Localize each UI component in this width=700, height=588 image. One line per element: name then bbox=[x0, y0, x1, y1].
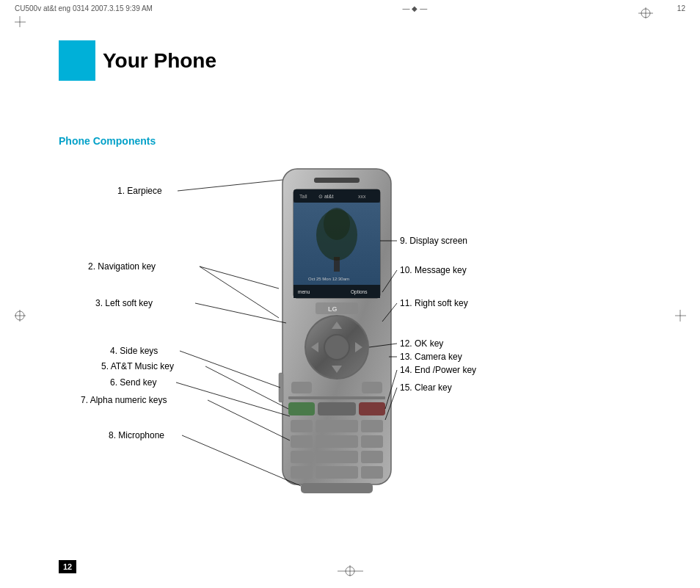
svg-rect-52 bbox=[316, 451, 358, 463]
top-bar: CU500v at&t eng 0314 2007.3.15 9:39 AM —… bbox=[15, 4, 685, 12]
page-number: 12 bbox=[59, 560, 76, 573]
svg-point-21 bbox=[316, 209, 357, 261]
svg-rect-54 bbox=[291, 466, 313, 479]
svg-marker-35 bbox=[311, 342, 318, 352]
svg-text:Oct 25  Mon 12:30am: Oct 25 Mon 12:30am bbox=[308, 277, 349, 281]
svg-text:7. Alpha numeric keys: 7. Alpha numeric keys bbox=[81, 395, 167, 405]
svg-line-62 bbox=[200, 266, 279, 288]
svg-rect-57 bbox=[301, 483, 373, 493]
svg-rect-47 bbox=[361, 420, 383, 432]
svg-rect-40 bbox=[362, 382, 382, 393]
svg-rect-44 bbox=[359, 402, 385, 415]
svg-text:4. Side keys: 4. Side keys bbox=[110, 346, 158, 356]
svg-point-31 bbox=[305, 315, 369, 380]
blue-accent-box bbox=[59, 40, 95, 81]
svg-rect-20 bbox=[294, 203, 380, 285]
svg-rect-13 bbox=[282, 169, 391, 484]
svg-point-7 bbox=[15, 311, 24, 320]
svg-rect-50 bbox=[361, 435, 383, 448]
section-title: Phone Components bbox=[59, 135, 156, 147]
svg-text:5. AT&T Music key: 5. AT&T Music key bbox=[101, 361, 174, 371]
svg-rect-39 bbox=[291, 382, 312, 393]
svg-rect-46 bbox=[316, 420, 358, 432]
svg-text:⊙ at&t: ⊙ at&t bbox=[318, 194, 333, 199]
svg-rect-22 bbox=[334, 257, 340, 272]
svg-text:15. Clear key: 15. Clear key bbox=[400, 382, 452, 393]
svg-text:Options: Options bbox=[351, 289, 368, 295]
svg-rect-16 bbox=[294, 189, 380, 203]
svg-rect-14 bbox=[314, 178, 360, 183]
svg-point-23 bbox=[324, 208, 350, 240]
top-bar-page: 12 bbox=[677, 4, 685, 12]
svg-text:2. Navigation key: 2. Navigation key bbox=[88, 261, 156, 272]
svg-rect-41 bbox=[288, 396, 385, 399]
svg-text:11. Right soft key: 11. Right soft key bbox=[400, 298, 468, 308]
svg-text:8. Microphone: 8. Microphone bbox=[109, 430, 164, 440]
page-title: Your Phone bbox=[95, 49, 216, 73]
svg-line-71 bbox=[176, 382, 290, 416]
svg-rect-43 bbox=[318, 402, 356, 415]
svg-line-73 bbox=[208, 400, 290, 440]
svg-text:1. Earpiece: 1. Earpiece bbox=[117, 186, 162, 196]
svg-text:Tall: Tall bbox=[299, 194, 307, 199]
svg-line-67 bbox=[180, 351, 280, 388]
svg-rect-49 bbox=[316, 435, 358, 448]
svg-rect-15 bbox=[294, 189, 380, 298]
svg-line-63 bbox=[200, 266, 279, 318]
top-bar-right: — ◆ — bbox=[403, 4, 428, 12]
svg-rect-29 bbox=[316, 302, 358, 314]
svg-rect-55 bbox=[316, 466, 358, 479]
svg-text:LG: LG bbox=[328, 305, 338, 313]
svg-rect-42 bbox=[288, 402, 315, 415]
crop-marks bbox=[0, 0, 700, 588]
svg-marker-36 bbox=[355, 342, 362, 352]
svg-marker-33 bbox=[332, 322, 342, 329]
svg-line-69 bbox=[205, 366, 288, 409]
svg-line-81 bbox=[382, 303, 397, 322]
svg-text:14. End /Power key: 14. End /Power key bbox=[400, 365, 476, 375]
svg-point-37 bbox=[324, 334, 350, 360]
svg-line-75 bbox=[182, 435, 301, 486]
svg-line-89 bbox=[385, 388, 397, 420]
svg-rect-51 bbox=[291, 451, 313, 463]
svg-rect-48 bbox=[291, 435, 313, 448]
svg-text:3. Left soft key: 3. Left soft key bbox=[95, 298, 153, 308]
svg-text:9. Display screen: 9. Display screen bbox=[400, 236, 467, 246]
svg-point-32 bbox=[306, 316, 368, 378]
svg-line-79 bbox=[382, 270, 397, 292]
svg-point-38 bbox=[325, 335, 349, 359]
svg-rect-56 bbox=[361, 466, 383, 479]
svg-marker-34 bbox=[332, 366, 342, 373]
svg-line-60 bbox=[178, 180, 282, 191]
svg-point-12 bbox=[346, 567, 354, 576]
svg-rect-45 bbox=[291, 420, 313, 432]
svg-rect-58 bbox=[279, 373, 283, 402]
diagram-svg: Tall ⊙ at&t xxx Oct 25 Mon 12:30am menu … bbox=[0, 154, 700, 565]
svg-text:13. Camera key: 13. Camera key bbox=[400, 352, 462, 362]
svg-line-65 bbox=[195, 303, 286, 323]
svg-rect-24 bbox=[294, 285, 380, 298]
svg-line-83 bbox=[369, 344, 397, 347]
svg-rect-25 bbox=[294, 295, 380, 298]
svg-text:menu: menu bbox=[298, 289, 310, 294]
svg-text:xxx: xxx bbox=[358, 194, 366, 199]
svg-line-87 bbox=[385, 370, 397, 409]
header-section: Your Phone bbox=[59, 40, 216, 81]
svg-text:10. Message key: 10. Message key bbox=[400, 265, 467, 275]
svg-rect-53 bbox=[361, 451, 383, 463]
top-bar-left: CU500v at&t eng 0314 2007.3.15 9:39 AM bbox=[15, 4, 153, 12]
svg-text:12. OK key: 12. OK key bbox=[400, 338, 443, 349]
svg-text:6. Send key: 6. Send key bbox=[110, 377, 156, 388]
